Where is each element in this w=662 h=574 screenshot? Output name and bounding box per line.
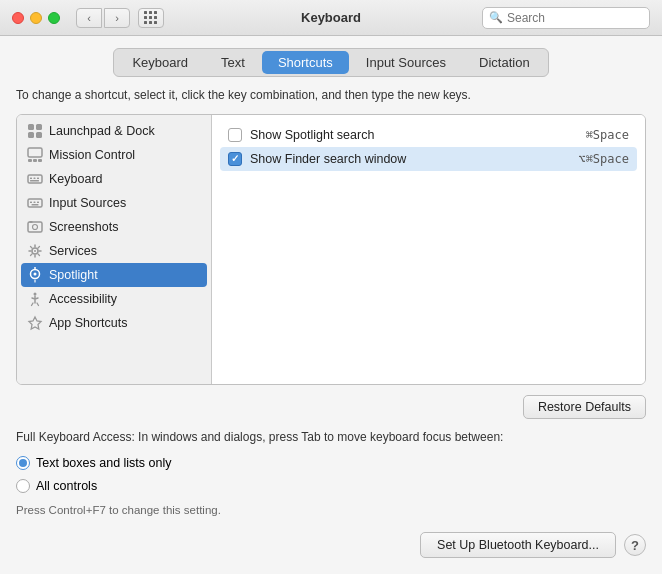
shortcut-label-finder: Show Finder search window [250, 152, 570, 166]
svg-rect-17 [32, 204, 39, 206]
services-icon [27, 243, 43, 259]
tabs: Keyboard Text Shortcuts Input Sources Di… [113, 48, 548, 77]
sidebar-label-input-sources: Input Sources [49, 196, 126, 210]
minimize-button[interactable] [30, 12, 42, 24]
accessibility-icon [27, 291, 43, 307]
keyboard-icon [27, 171, 43, 187]
sidebar-item-launchpad[interactable]: Launchpad & Dock [17, 119, 211, 143]
shortcut-checkbox-finder[interactable] [228, 152, 242, 166]
tab-input-sources[interactable]: Input Sources [350, 51, 462, 74]
description-text: To change a shortcut, select it, click t… [16, 87, 646, 104]
search-input[interactable] [507, 11, 643, 25]
bottom-section: Restore Defaults Full Keyboard Access: I… [16, 395, 646, 558]
svg-rect-1 [36, 124, 42, 130]
sidebar-label-accessibility: Accessibility [49, 292, 117, 306]
traffic-lights [12, 12, 60, 24]
svg-rect-20 [30, 221, 33, 223]
radio-all-controls[interactable]: All controls [16, 479, 646, 493]
close-button[interactable] [12, 12, 24, 24]
back-button[interactable]: ‹ [76, 8, 102, 28]
spotlight-icon [27, 267, 43, 283]
sidebar-item-input-sources[interactable]: Input Sources [17, 191, 211, 215]
sidebar-item-spotlight[interactable]: Spotlight [21, 263, 207, 287]
svg-rect-3 [36, 132, 42, 138]
svg-rect-11 [37, 177, 39, 179]
svg-rect-10 [34, 177, 36, 179]
radio-circle-text-boxes[interactable] [16, 456, 30, 470]
search-icon: 🔍 [489, 11, 503, 24]
svg-rect-7 [38, 159, 42, 162]
sidebar-item-services[interactable]: Services [17, 239, 211, 263]
sidebar-label-services: Services [49, 244, 97, 258]
main-content: Keyboard Text Shortcuts Input Sources Di… [0, 36, 662, 574]
svg-rect-2 [28, 132, 34, 138]
svg-rect-6 [33, 159, 37, 162]
svg-rect-9 [30, 177, 32, 179]
sidebar-label-launchpad: Launchpad & Dock [49, 124, 155, 138]
nav-buttons: ‹ › [76, 8, 130, 28]
forward-icon: › [115, 12, 119, 24]
bluetooth-keyboard-button[interactable]: Set Up Bluetooth Keyboard... [420, 532, 616, 558]
tabs-container: Keyboard Text Shortcuts Input Sources Di… [16, 48, 646, 77]
sidebar-label-keyboard: Keyboard [49, 172, 103, 186]
sidebar-item-mission-control[interactable]: Mission Control [17, 143, 211, 167]
input-sources-icon [27, 195, 43, 211]
sidebar-label-mission-control: Mission Control [49, 148, 135, 162]
sidebar-label-app-shortcuts: App Shortcuts [49, 316, 128, 330]
svg-point-22 [34, 250, 36, 252]
svg-point-19 [33, 224, 38, 229]
maximize-button[interactable] [48, 12, 60, 24]
svg-rect-14 [30, 201, 32, 203]
radio-label-text-boxes: Text boxes and lists only [36, 456, 172, 470]
press-control-hint: Press Control+F7 to change this setting. [16, 504, 646, 516]
app-shortcuts-icon [27, 315, 43, 331]
sidebar-item-keyboard[interactable]: Keyboard [17, 167, 211, 191]
radio-text-boxes[interactable]: Text boxes and lists only [16, 456, 646, 470]
screenshots-icon [27, 219, 43, 235]
apps-grid-icon [144, 11, 158, 25]
svg-marker-28 [29, 317, 41, 329]
svg-point-27 [34, 292, 37, 295]
radio-label-all-controls: All controls [36, 479, 97, 493]
svg-rect-4 [28, 148, 42, 157]
shortcut-label-spotlight: Show Spotlight search [250, 128, 578, 142]
sidebar-label-spotlight: Spotlight [49, 268, 98, 282]
window-title: Keyboard [301, 10, 361, 25]
restore-defaults-button[interactable]: Restore Defaults [523, 395, 646, 419]
shortcut-keys-finder: ⌥⌘Space [578, 152, 629, 166]
svg-rect-12 [30, 180, 39, 182]
tab-text[interactable]: Text [205, 51, 261, 74]
titlebar: ‹ › Keyboard 🔍 [0, 0, 662, 36]
shortcut-keys-spotlight: ⌘Space [586, 128, 629, 142]
svg-point-24 [34, 272, 37, 275]
forward-button[interactable]: › [104, 8, 130, 28]
launchpad-icon [27, 123, 43, 139]
svg-rect-0 [28, 124, 34, 130]
mission-control-icon [27, 147, 43, 163]
svg-rect-15 [34, 201, 36, 203]
right-panel: Show Spotlight search ⌘Space Show Finder… [212, 115, 645, 384]
back-icon: ‹ [87, 12, 91, 24]
keyboard-access-description: Full Keyboard Access: In windows and dia… [16, 429, 646, 446]
tab-dictation[interactable]: Dictation [463, 51, 546, 74]
svg-rect-5 [28, 159, 32, 162]
sidebar: Launchpad & Dock Mission Control Keyboar… [17, 115, 212, 384]
tab-shortcuts[interactable]: Shortcuts [262, 51, 349, 74]
body-area: Launchpad & Dock Mission Control Keyboar… [16, 114, 646, 385]
sidebar-item-accessibility[interactable]: Accessibility [17, 287, 211, 311]
tab-keyboard[interactable]: Keyboard [116, 51, 204, 74]
shortcut-checkbox-spotlight[interactable] [228, 128, 242, 142]
search-box[interactable]: 🔍 [482, 7, 650, 29]
bottom-bar: Set Up Bluetooth Keyboard... ? [16, 532, 646, 558]
shortcut-row-finder: Show Finder search window ⌥⌘Space [220, 147, 637, 171]
shortcut-row-spotlight: Show Spotlight search ⌘Space [220, 123, 637, 147]
sidebar-label-screenshots: Screenshots [49, 220, 118, 234]
radio-circle-all-controls[interactable] [16, 479, 30, 493]
apps-grid-button[interactable] [138, 8, 164, 28]
sidebar-item-app-shortcuts[interactable]: App Shortcuts [17, 311, 211, 335]
restore-row: Restore Defaults [16, 395, 646, 419]
sidebar-item-screenshots[interactable]: Screenshots [17, 215, 211, 239]
svg-rect-18 [28, 222, 42, 232]
svg-rect-16 [37, 201, 39, 203]
help-button[interactable]: ? [624, 534, 646, 556]
